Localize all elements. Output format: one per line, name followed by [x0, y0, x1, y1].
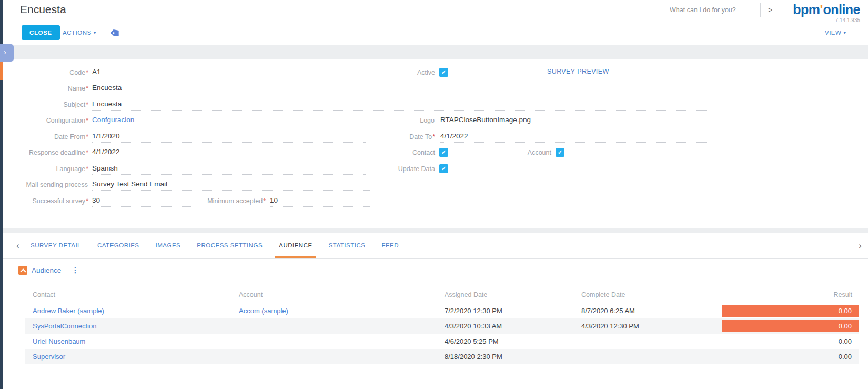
contact-link[interactable]: Andrew Baker (sample): [33, 303, 104, 318]
subject-input[interactable]: Encuesta: [92, 98, 715, 111]
column-header-assigned-date[interactable]: Assigned Date: [445, 287, 487, 303]
field-active: Active ✓: [3, 66, 868, 79]
field-mail-sending-process: Mail sending process Survey Test Send Em…: [3, 178, 868, 191]
tab-bar: ‹ SURVEY DETAIL CATEGORIES IMAGES PROCES…: [3, 233, 868, 259]
active-checkbox[interactable]: ✓: [439, 68, 448, 77]
column-header-result[interactable]: Result: [811, 287, 852, 303]
column-header-complete-date[interactable]: Complete Date: [581, 287, 625, 303]
column-header-account[interactable]: Account: [239, 287, 263, 303]
mail-sending-process-input[interactable]: Survey Test Send Email: [92, 178, 370, 191]
assigned-date-cell: 4/6/2020 5:25 PM: [445, 334, 499, 349]
record-form-card: Code* A1 Name* Encuesta Subject* Encuest…: [3, 59, 868, 228]
search-go-button[interactable]: >: [760, 3, 780, 17]
table-row[interactable]: Andrew Baker (sample) Accom (sample) 7/2…: [25, 303, 859, 318]
result-bar: 0.00: [722, 320, 859, 332]
page: › Encuesta > bpm'online 7.14.1.935 CLOSE…: [0, 0, 868, 389]
chevron-up-icon: [20, 268, 26, 274]
table-row[interactable]: Uriel Nusenbaum 4/6/2020 5:25 PM 0.00: [25, 334, 859, 349]
field-label: Date To*: [363, 131, 435, 143]
complete-date-cell: 8/7/2020 6:25 AM: [581, 303, 635, 318]
field-update-data: Update Data ✓: [3, 163, 868, 175]
result-value: 0.00: [839, 305, 852, 317]
close-button[interactable]: CLOSE: [22, 25, 60, 40]
survey-preview-link[interactable]: SURVEY PREVIEW: [547, 68, 609, 75]
sidebar-expand-tab[interactable]: ›: [0, 44, 14, 62]
tab-images[interactable]: IMAGES: [152, 233, 185, 256]
caret-down-icon: ▾: [94, 30, 96, 35]
field-logo: Logo RTAPCloseButtonImage.png: [3, 114, 868, 127]
caret-down-icon: ▾: [843, 30, 846, 35]
tab-survey-detail[interactable]: SURVEY DETAIL: [27, 233, 85, 256]
result-bar: 0.00: [722, 305, 859, 317]
name-input[interactable]: Encuesta: [92, 82, 715, 94]
complete-date-cell: 4/3/2020 12:30 PM: [581, 318, 639, 334]
result-value: 0.00: [839, 349, 852, 364]
view-dropdown[interactable]: VIEW▾: [825, 25, 846, 40]
tabs-scroll-left[interactable]: ‹: [16, 233, 19, 258]
chevron-right-icon: ›: [859, 241, 862, 251]
date-to-input[interactable]: 4/1/2022: [440, 131, 715, 143]
assigned-date-cell: 7/2/2020 12:30 PM: [445, 303, 502, 318]
chevron-left-icon: ‹: [16, 241, 19, 251]
field-label: Account: [500, 146, 551, 159]
command-line: >: [664, 3, 780, 17]
column-header-contact[interactable]: Contact: [33, 287, 55, 303]
page-title: Encuesta: [20, 3, 66, 16]
search-input[interactable]: [664, 3, 764, 17]
section-title[interactable]: Audience: [32, 266, 61, 274]
tab-categories[interactable]: CATEGORIES: [94, 233, 143, 256]
tab-process-settings[interactable]: PROCESS SETTINGS: [193, 233, 266, 256]
field-label: Active: [363, 66, 435, 79]
field-date-to: Date To* 4/1/2022: [3, 131, 868, 143]
minimum-accepted-input[interactable]: 10: [270, 195, 370, 207]
check-icon: ✓: [439, 68, 448, 77]
tabs: SURVEY DETAIL CATEGORIES IMAGES PROCESS …: [27, 233, 411, 258]
field-name: Name* Encuesta: [3, 82, 868, 95]
field-label: Subject*: [11, 98, 88, 111]
required-asterisk: *: [86, 85, 88, 92]
tag-icon[interactable]: [111, 28, 120, 38]
required-asterisk: *: [263, 197, 266, 205]
contact-link[interactable]: Uriel Nusenbaum: [33, 334, 85, 349]
field-contact-flag: Contact ✓ Account ✓: [3, 146, 868, 159]
check-icon: ✓: [439, 148, 448, 157]
bpmonline-logo: bpm'online: [781, 2, 860, 17]
field-label: Contact: [363, 146, 435, 159]
update-data-checkbox[interactable]: ✓: [439, 164, 448, 173]
contact-checkbox[interactable]: ✓: [439, 148, 448, 157]
field-label: Successful survey*: [11, 195, 88, 207]
assigned-date-cell: 4/3/2020 10:33 AM: [445, 318, 502, 334]
actions-dropdown[interactable]: ACTIONS▾: [63, 25, 96, 40]
field-label: Logo: [363, 114, 435, 127]
field-label: Mail sending process: [11, 178, 88, 191]
tab-feed[interactable]: FEED: [378, 233, 402, 256]
top-header: Encuesta > bpm'online 7.14.1.935 CLOSE A…: [3, 0, 868, 45]
chevron-right-icon: ›: [4, 47, 6, 56]
detail-card: ‹ SURVEY DETAIL CATEGORIES IMAGES PROCES…: [3, 233, 868, 389]
field-label: Name*: [11, 82, 88, 95]
required-asterisk: *: [86, 101, 88, 108]
table-row[interactable]: SysPortalConnection 4/3/2020 10:33 AM 4/…: [25, 318, 859, 334]
tabs-scroll-right[interactable]: ›: [859, 233, 862, 258]
check-icon: ✓: [439, 164, 448, 173]
collapse-section-button[interactable]: [18, 266, 27, 275]
assigned-date-cell: 8/18/2020 2:30 PM: [445, 349, 502, 364]
table-row[interactable]: Supervisor 8/18/2020 2:30 PM 0.00: [25, 349, 859, 364]
result-value: 0.00: [839, 334, 852, 349]
required-asterisk: *: [86, 197, 88, 205]
check-icon: ✓: [556, 148, 564, 157]
section-menu-kebab-icon[interactable]: ⋮: [72, 266, 79, 274]
account-link[interactable]: Accom (sample): [239, 303, 288, 318]
tab-audience[interactable]: AUDIENCE: [275, 233, 316, 258]
contact-link[interactable]: Supervisor: [33, 349, 65, 364]
field-label: Minimum accepted*: [192, 195, 266, 207]
tag-icon-svg: [111, 28, 120, 38]
logo-input[interactable]: RTAPCloseButtonImage.png: [440, 114, 715, 126]
contact-link[interactable]: SysPortalConnection: [33, 318, 96, 334]
required-asterisk: *: [432, 133, 435, 141]
successful-survey-input[interactable]: 30: [92, 195, 191, 207]
account-checkbox[interactable]: ✓: [556, 148, 564, 157]
tab-statistics[interactable]: STATISTICS: [325, 233, 369, 256]
search-go-icon: >: [768, 6, 772, 14]
app-version: 7.14.1.935: [781, 17, 860, 23]
